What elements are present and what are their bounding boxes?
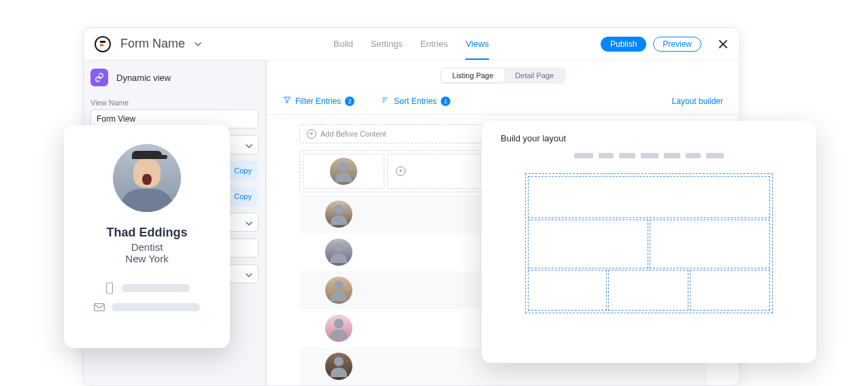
- avatar: [330, 158, 357, 185]
- sort-count-badge: 1: [441, 96, 450, 106]
- email-row: [76, 301, 218, 313]
- listing-page-tab[interactable]: Listing Page: [441, 69, 505, 82]
- phone-placeholder: [122, 284, 190, 292]
- view-name-label: View Name: [90, 99, 258, 107]
- email-placeholder: [112, 303, 200, 311]
- plus-icon: +: [307, 129, 316, 139]
- toolbar: Filter Entries 2 Sort Entries 1 Layout b…: [267, 92, 739, 115]
- layout-cell[interactable]: [608, 270, 688, 311]
- header-actions: Publish Preview: [601, 37, 729, 52]
- copy-button-2[interactable]: Copy: [227, 187, 258, 206]
- preview-button[interactable]: Preview: [653, 37, 701, 52]
- plus-icon[interactable]: +: [396, 166, 405, 176]
- layout-panel-title: Build your layout: [501, 133, 797, 143]
- filter-label: Filter Entries: [295, 96, 341, 106]
- tab-build[interactable]: Build: [333, 29, 353, 59]
- mail-icon: [94, 301, 105, 313]
- chevron-down-icon: [246, 139, 252, 151]
- avatar: [325, 239, 352, 266]
- nav-tabs: Build Settings Entries Views: [333, 29, 489, 59]
- tab-settings[interactable]: Settings: [371, 29, 403, 59]
- sort-icon: [382, 96, 390, 106]
- filter-icon: [283, 96, 291, 106]
- dynamic-view-header: Dynamic view: [90, 69, 258, 86]
- filter-count-badge: 2: [345, 96, 354, 106]
- filter-entries-button[interactable]: Filter Entries 2: [283, 96, 354, 106]
- app-logo: [95, 36, 111, 52]
- detail-page-tab[interactable]: Detail Page: [504, 69, 565, 82]
- sort-label: Sort Entries: [394, 96, 437, 106]
- tab-views[interactable]: Views: [465, 29, 488, 59]
- chevron-down-icon: [246, 268, 252, 280]
- phone-icon: [104, 282, 115, 294]
- close-icon[interactable]: [718, 39, 729, 50]
- layout-cell[interactable]: [690, 270, 770, 311]
- profile-name: Thad Eddings: [107, 226, 188, 240]
- avatar: [325, 277, 352, 304]
- chevron-down-icon[interactable]: [195, 42, 201, 46]
- template-avatar-cell[interactable]: [303, 154, 384, 189]
- layout-toolbar-placeholder: [501, 153, 797, 158]
- phone-row: [76, 282, 218, 294]
- publish-button[interactable]: Publish: [601, 37, 646, 52]
- sort-entries-button[interactable]: Sort Entries 1: [382, 96, 450, 106]
- avatar: [325, 200, 352, 228]
- profile-avatar: [113, 144, 181, 212]
- layout-cell[interactable]: [528, 176, 770, 218]
- profile-card: Thad Eddings Dentist New York: [64, 125, 230, 348]
- tab-entries[interactable]: Entries: [420, 29, 448, 59]
- avatar: [325, 315, 352, 342]
- svg-rect-0: [107, 283, 113, 294]
- layout-builder-panel: Build your layout: [482, 121, 816, 363]
- profile-role: Dentist: [131, 241, 163, 253]
- layout-cell[interactable]: [650, 220, 770, 268]
- svg-rect-1: [95, 304, 105, 311]
- chevron-down-icon: [246, 216, 252, 228]
- layout-cell[interactable]: [528, 220, 648, 268]
- add-before-label: Add Before Content: [320, 130, 386, 138]
- form-name[interactable]: Form Name: [120, 37, 185, 51]
- dynamic-view-label: Dynamic view: [116, 73, 171, 83]
- avatar: [325, 353, 352, 380]
- layout-builder-link[interactable]: Layout builder: [672, 96, 723, 106]
- layout-grid[interactable]: [525, 173, 773, 313]
- topbar: Form Name Build Settings Entries Views P…: [84, 28, 739, 60]
- page-toggle: Listing Page Detail Page: [267, 67, 739, 84]
- profile-location: New York: [125, 253, 168, 264]
- layout-cell[interactable]: [528, 270, 607, 311]
- copy-button-1[interactable]: Copy: [227, 161, 258, 180]
- link-icon: [90, 69, 108, 86]
